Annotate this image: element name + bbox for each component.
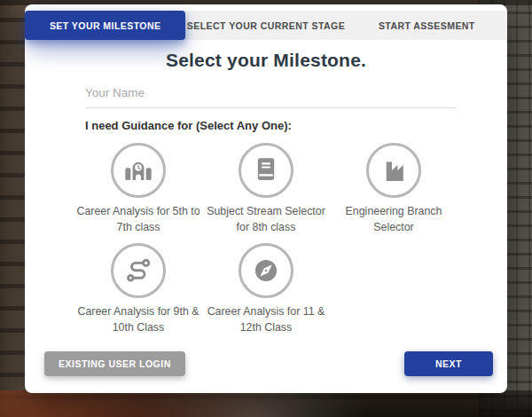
background-street xyxy=(0,390,532,417)
milestone-circle xyxy=(111,143,166,198)
milestone-option-career-9th-10th[interactable]: Career Analysis for 9th & 10th Class xyxy=(74,243,202,336)
tab-set-your-milestone[interactable]: SET YOUR MILESTONE xyxy=(25,11,185,40)
milestone-modal: SET YOUR MILESTONE SELECT YOUR CURRENT S… xyxy=(25,4,507,393)
compass-icon xyxy=(246,251,286,290)
tab-start-assesment[interactable]: START ASSESMENT xyxy=(347,11,507,40)
milestone-option-career-11th-12th[interactable]: Career Analysis for 11 & 12th Class xyxy=(202,243,330,336)
page-title: Select your Milestone. xyxy=(25,50,507,71)
school-clock-icon xyxy=(119,151,158,190)
milestone-label: Engineering Branch Selector xyxy=(330,204,458,236)
milestone-label: Career Analysis for 11 & 12th Class xyxy=(202,304,330,336)
action-bar: EXISTING USER LOGIN NEXT xyxy=(44,351,493,376)
milestone-option-engineering-branch[interactable]: Engineering Branch Selector xyxy=(330,143,458,236)
guidance-label: I need Guidance for (Select Any One): xyxy=(85,119,447,132)
milestone-grid: Career Analysis for 5th to 7th class Sub… xyxy=(25,143,507,336)
wizard-tab-bar: SET YOUR MILESTONE SELECT YOUR CURRENT S… xyxy=(25,11,507,40)
route-icon xyxy=(119,251,158,290)
factory-icon xyxy=(374,151,413,190)
name-input[interactable] xyxy=(85,83,456,108)
milestone-circle xyxy=(239,243,293,298)
book-icon xyxy=(246,151,286,190)
milestone-option-career-5th-7th[interactable]: Career Analysis for 5th to 7th class xyxy=(74,143,202,236)
tab-select-your-current-stage[interactable]: SELECT YOUR CURRENT STAGE xyxy=(185,11,346,40)
screen: SET YOUR MILESTONE SELECT YOUR CURRENT S… xyxy=(0,0,532,417)
milestone-label: Career Analysis for 9th & 10th Class xyxy=(74,304,202,336)
milestone-option-stream-8th[interactable]: Subject Stream Selector for 8th class xyxy=(202,143,330,236)
milestone-label: Career Analysis for 5th to 7th class xyxy=(74,204,202,236)
milestone-label: Subject Stream Selector for 8th class xyxy=(202,204,330,236)
milestone-circle xyxy=(111,243,166,298)
existing-user-login-button[interactable]: EXISTING USER LOGIN xyxy=(44,351,185,376)
milestone-circle xyxy=(239,143,293,198)
milestone-circle xyxy=(366,143,421,198)
next-button[interactable]: NEXT xyxy=(404,351,493,376)
